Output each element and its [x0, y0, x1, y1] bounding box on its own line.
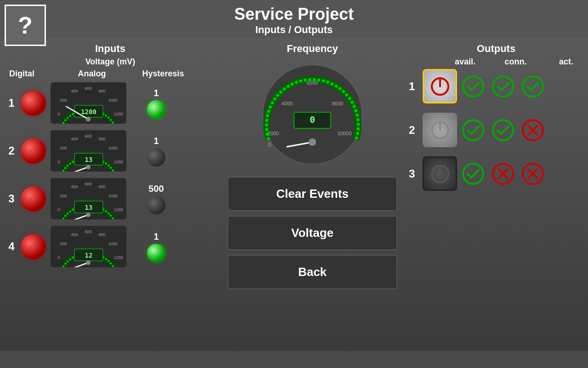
hyst-led-2	[147, 148, 165, 167]
col-hysteresis-header: Hysteresis	[133, 69, 193, 79]
hyst-led-4	[147, 244, 165, 262]
svg-text:1000: 1000	[108, 194, 118, 198]
inputs-col-headers: Digital Analog Hysteresis	[5, 69, 216, 79]
hyst-val-2: 1	[153, 136, 158, 146]
svg-text:1000: 1000	[108, 146, 118, 150]
power-btn[interactable]	[423, 156, 457, 191]
act-icon-3	[521, 162, 544, 185]
input-row-num-3: 3	[5, 192, 18, 205]
svg-text:1000: 1000	[108, 98, 118, 103]
col-act-header: act.	[554, 57, 579, 67]
button-group: Clear Events Voltage Back	[227, 177, 397, 289]
digital-led-4	[21, 234, 46, 259]
svg-point-66	[463, 120, 483, 140]
output-row-num-1: 1	[409, 80, 423, 93]
input-row-3: 3 0 200 400 600 800 1000 1200 13 500	[5, 178, 216, 219]
hyst-led-3	[147, 196, 165, 214]
svg-text:400: 400	[71, 184, 78, 189]
input-row-2: 2 0 200 400 600 800 1000 1200 13 1	[5, 130, 216, 172]
output-row-num-2: 2	[409, 124, 423, 137]
svg-point-58	[309, 138, 316, 146]
svg-text:800: 800	[98, 89, 105, 93]
svg-text:1200: 1200	[81, 108, 96, 115]
act-icon-1	[521, 75, 544, 98]
svg-text:1200: 1200	[114, 255, 123, 260]
svg-text:200: 200	[60, 146, 67, 150]
svg-point-47	[86, 260, 90, 265]
svg-text:600: 600	[85, 182, 91, 186]
hysteresis-col-4: 1	[129, 231, 184, 262]
analog-gauge-2: 0 200 400 600 800 1000 1200 13	[51, 130, 126, 172]
page-subtitle: Inputs / Outputs	[0, 24, 588, 36]
svg-text:600: 600	[85, 230, 91, 234]
clear-events-button[interactable]: Clear Events	[227, 177, 397, 211]
svg-text:0: 0	[57, 112, 60, 116]
svg-text:200: 200	[60, 242, 67, 246]
digital-led-3	[21, 186, 46, 212]
output-row-num-3: 3	[409, 167, 423, 180]
avail-icon-1	[462, 75, 485, 98]
outputs-panel: Outputs avail. conn. act. 1 2	[404, 38, 588, 351]
output-rows: 1 2	[409, 69, 583, 191]
svg-point-63	[523, 76, 543, 97]
svg-text:0: 0	[57, 207, 60, 212]
svg-text:0: 0	[57, 255, 60, 260]
svg-text:12: 12	[85, 252, 93, 259]
hyst-val-3: 500	[148, 184, 164, 194]
conn-icon-3	[492, 162, 514, 185]
svg-text:2000: 2000	[268, 131, 279, 136]
hysteresis-col-1: 1	[129, 88, 184, 119]
col-avail-header: avail.	[452, 57, 478, 67]
svg-text:1000: 1000	[108, 242, 118, 246]
svg-text:400: 400	[71, 89, 78, 93]
analog-gauge-1: 0 200 400 600 800 1000 1200 1200	[51, 82, 126, 124]
svg-text:0: 0	[57, 160, 60, 164]
analog-gauge-4: 0 200 400 600 800 1000 1200 12	[51, 226, 126, 267]
analog-gauge-3: 0 200 400 600 800 1000 1200 13	[51, 178, 126, 219]
hyst-val-4: 1	[153, 231, 158, 242]
hysteresis-col-3: 500	[129, 184, 184, 214]
svg-text:6000: 6000	[307, 80, 318, 86]
svg-text:200: 200	[60, 98, 67, 103]
back-button[interactable]: Back	[227, 255, 397, 289]
output-row-3: 3	[409, 156, 583, 191]
svg-text:600: 600	[85, 134, 91, 138]
help-button[interactable]: ?	[5, 5, 46, 46]
voltage-title: Voltage (mV)	[5, 57, 216, 67]
col-digital-header: Digital	[9, 69, 51, 79]
power-btn[interactable]	[423, 69, 457, 104]
svg-text:800: 800	[98, 184, 105, 189]
svg-point-61	[463, 76, 483, 97]
input-row-num-1: 1	[5, 97, 18, 109]
voltage-button[interactable]: Voltage	[227, 216, 397, 250]
hyst-led-1	[147, 100, 165, 119]
input-row-num-4: 4	[5, 240, 18, 253]
output-row-2: 2	[409, 113, 583, 147]
digital-led-1	[21, 91, 46, 116]
conn-icon-1	[492, 75, 514, 98]
svg-point-23	[86, 165, 90, 169]
inputs-panel: Inputs Voltage (mV) Digital Analog Hyste…	[0, 38, 220, 351]
svg-text:1200: 1200	[114, 207, 123, 212]
svg-point-35	[86, 213, 90, 217]
hyst-val-1: 1	[153, 88, 158, 98]
svg-text:200: 200	[60, 194, 67, 198]
page-title: Service Project	[0, 5, 588, 24]
svg-text:0: 0	[268, 142, 271, 148]
output-row-1: 1	[409, 69, 583, 104]
svg-point-67	[493, 120, 513, 140]
avail-icon-2	[462, 119, 485, 142]
svg-text:1200: 1200	[114, 112, 123, 116]
svg-text:800: 800	[98, 232, 105, 237]
avail-icon-3	[462, 162, 485, 185]
svg-point-62	[493, 76, 513, 97]
output-status-icons-2	[462, 119, 544, 142]
svg-text:13: 13	[85, 204, 93, 211]
power-btn[interactable]	[423, 113, 457, 147]
main-content: Inputs Voltage (mV) Digital Analog Hyste…	[0, 38, 588, 351]
hysteresis-col-2: 1	[129, 136, 184, 167]
svg-point-73	[463, 164, 483, 184]
svg-text:10000: 10000	[338, 131, 352, 136]
output-status-icons-1	[462, 75, 544, 98]
frequency-title: Frequency	[287, 43, 338, 55]
